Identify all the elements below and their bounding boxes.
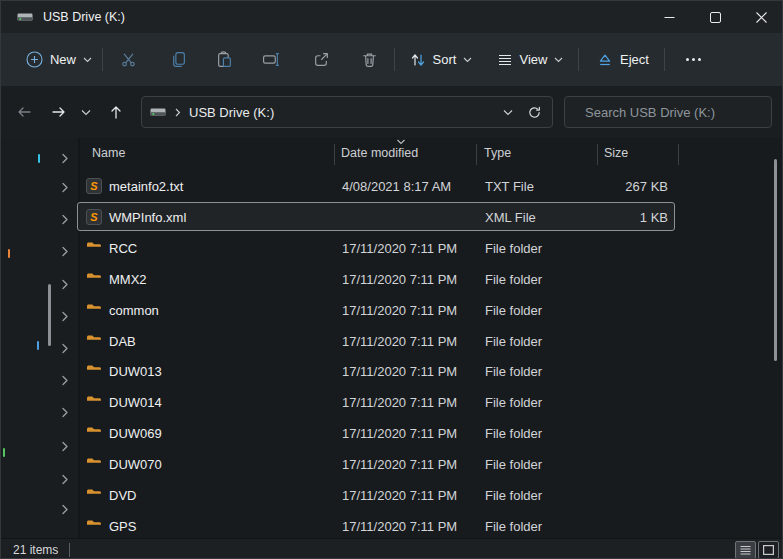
view-button[interactable]: View (490, 41, 570, 78)
folder-icon (86, 394, 102, 410)
address-bar[interactable]: USB Drive (K:) (141, 96, 553, 128)
file-date-modified: 4/08/2021 8:17 AM (342, 179, 451, 194)
column-header-size[interactable]: Size (604, 146, 628, 160)
refresh-icon[interactable] (527, 105, 542, 120)
details-view-icon (740, 545, 751, 555)
eject-button[interactable]: Eject (587, 41, 659, 78)
file-row[interactable]: DUW014 17/11/2020 7:11 PM File folder (77, 387, 675, 416)
file-type: File folder (485, 241, 542, 256)
ellipsis-icon (686, 58, 701, 61)
file-type: XML File (485, 210, 536, 225)
status-bar: 21 items (1, 538, 783, 559)
sublime-file-icon: S (86, 209, 102, 225)
search-box[interactable] (564, 96, 772, 128)
rename-icon (262, 51, 280, 68)
column-header-date-modified[interactable]: Date modified (341, 146, 418, 160)
copy-button[interactable] (155, 41, 201, 78)
search-icon (575, 105, 576, 119)
file-row[interactable]: DUW069 17/11/2020 7:11 PM File folder (77, 418, 675, 447)
up-button[interactable] (99, 97, 133, 127)
delete-button[interactable] (346, 41, 392, 78)
file-name: metainfo2.txt (109, 179, 183, 194)
forward-button[interactable] (41, 97, 75, 127)
file-date-modified: 17/11/2020 7:11 PM (342, 303, 457, 318)
toolbar-separator (394, 48, 395, 71)
search-input[interactable] (585, 105, 761, 120)
tree-icon-sliver (38, 154, 40, 163)
file-row[interactable]: common 17/11/2020 7:11 PM File folder (77, 295, 675, 324)
address-dropdown-chevron-icon[interactable] (503, 109, 513, 116)
file-row[interactable]: GPS 17/11/2020 7:11 PM File folder (77, 511, 675, 538)
folder-icon (86, 487, 102, 503)
file-name: DUW013 (109, 364, 162, 379)
new-button[interactable]: New (15, 41, 103, 78)
rename-button[interactable] (248, 41, 294, 78)
list-scrollbar-thumb[interactable] (774, 159, 777, 361)
column-separator[interactable] (476, 144, 477, 165)
chevron-down-icon (81, 109, 91, 116)
file-row[interactable]: S WMPInfo.xml XML File 1 KB (77, 202, 675, 231)
file-size: 1 KB (578, 210, 668, 225)
folder-icon (86, 333, 102, 349)
file-row[interactable]: DUW070 17/11/2020 7:11 PM File folder (77, 449, 675, 478)
cut-icon (120, 51, 137, 68)
file-row[interactable]: DVD 17/11/2020 7:11 PM File folder (77, 480, 675, 509)
usb-drive-icon (17, 9, 33, 25)
minimize-icon (664, 12, 675, 23)
column-separator[interactable] (678, 144, 679, 165)
command-bar: New Sort View (1, 33, 783, 86)
column-header-name[interactable]: Name (92, 146, 125, 160)
tree-expand-chevron-icon[interactable] (61, 152, 73, 166)
status-separator (69, 543, 70, 557)
column-separator[interactable] (597, 144, 598, 165)
svg-text:S: S (90, 180, 98, 192)
share-button[interactable] (298, 41, 344, 78)
file-row[interactable]: DAB 17/11/2020 7:11 PM File folder (77, 326, 675, 355)
file-name: DAB (109, 334, 136, 349)
file-date-modified: 17/11/2020 7:11 PM (342, 241, 457, 256)
view-icon (497, 52, 513, 68)
delete-icon (361, 51, 378, 68)
file-row[interactable]: RCC 17/11/2020 7:11 PM File folder (77, 233, 675, 262)
thumbnail-view-toggle-button[interactable] (758, 541, 779, 559)
back-arrow-icon (16, 104, 33, 120)
share-icon (313, 51, 330, 68)
file-row[interactable]: MMX2 17/11/2020 7:11 PM File folder (77, 264, 675, 293)
file-type: File folder (485, 272, 542, 287)
maximize-button[interactable] (692, 1, 738, 33)
sort-button-label: Sort (433, 52, 457, 67)
file-size: 267 KB (578, 179, 668, 194)
file-type: File folder (485, 303, 542, 318)
back-button[interactable] (7, 97, 41, 127)
usb-drive-icon (150, 104, 166, 120)
eject-icon (597, 52, 613, 68)
chevron-down-icon (83, 57, 92, 63)
recent-locations-button[interactable] (75, 97, 97, 127)
minimize-button[interactable] (646, 1, 692, 33)
file-row[interactable]: DUW013 17/11/2020 7:11 PM File folder (77, 356, 675, 385)
file-date-modified: 17/11/2020 7:11 PM (342, 334, 457, 349)
sublime-file-icon: S (86, 178, 102, 194)
file-name: MMX2 (109, 272, 147, 287)
see-more-button[interactable] (673, 41, 713, 78)
paste-button[interactable] (201, 41, 247, 78)
file-date-modified: 17/11/2020 7:11 PM (342, 395, 457, 410)
item-count: 21 items (13, 543, 58, 557)
folder-icon (86, 302, 102, 318)
column-header-type[interactable]: Type (484, 146, 511, 160)
column-header-row: Name Date modified Type Size (77, 141, 777, 169)
column-separator[interactable] (334, 144, 335, 165)
details-view-toggle-button[interactable] (735, 541, 756, 559)
file-date-modified: 17/11/2020 7:11 PM (342, 457, 457, 472)
view-button-label: View (520, 52, 548, 67)
folder-icon (86, 271, 102, 287)
file-row[interactable]: S metainfo2.txt 4/08/2021 8:17 AM TXT Fi… (77, 171, 675, 200)
file-type: File folder (485, 457, 542, 472)
thumbnail-view-icon (763, 545, 774, 555)
folder-icon (86, 518, 102, 534)
close-button[interactable] (738, 1, 783, 33)
window-title: USB Drive (K:) (43, 10, 125, 24)
breadcrumb-drive[interactable]: USB Drive (K:) (189, 105, 503, 120)
cut-button[interactable] (105, 41, 151, 78)
sort-button[interactable]: Sort (402, 41, 480, 78)
